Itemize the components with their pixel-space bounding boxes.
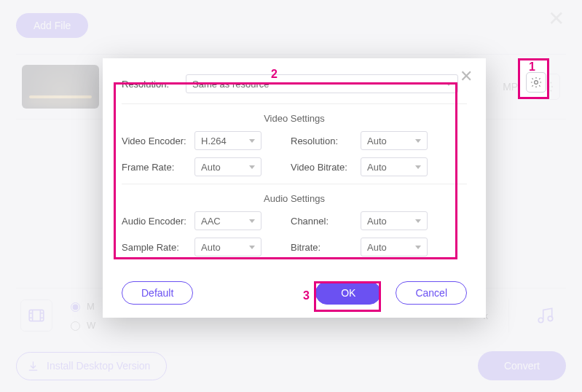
format-radio-1[interactable]: M — [67, 300, 95, 312]
chevron-down-icon — [446, 82, 452, 86]
callout-number-3: 3 — [303, 289, 310, 302]
video-settings-row-1: Video Encoder: H.264 Resolution: Auto — [122, 131, 467, 150]
ok-button[interactable]: OK — [315, 281, 381, 305]
install-desktop-button[interactable]: Install Desktop Version — [16, 352, 167, 380]
frame-rate-label: Frame Rate: — [122, 162, 194, 173]
video-settings-row-2: Frame Rate: Auto Video Bitrate: Auto — [122, 157, 467, 176]
channel-label: Channel: — [291, 216, 361, 227]
chevron-down-icon — [249, 219, 255, 223]
dialog-button-row: Default OK Cancel — [122, 281, 467, 305]
audio-type-icon[interactable] — [530, 299, 562, 332]
format-radio-group: M W — [67, 300, 95, 331]
sample-rate-label: Sample Rate: — [122, 242, 194, 253]
callout-gear-button[interactable] — [526, 72, 546, 93]
audio-encoder-select[interactable]: AAC — [194, 211, 261, 230]
type-strip-right: k — [484, 299, 562, 332]
chevron-down-icon — [415, 219, 421, 223]
format-radio-2[interactable]: W — [67, 319, 95, 331]
footer: Install Desktop Version Convert — [0, 351, 582, 380]
default-button[interactable]: Default — [122, 281, 193, 305]
callout-number-1: 1 — [529, 60, 535, 74]
video-type-icon[interactable] — [20, 299, 52, 332]
audio-bitrate-label: Bitrate: — [291, 242, 361, 253]
audio-settings-row-2: Sample Rate: Auto Bitrate: Auto — [122, 238, 467, 256]
video-bitrate-label: Video Bitrate: — [291, 162, 361, 173]
output-format-label: MP4 — [503, 81, 524, 93]
chevron-down-icon — [249, 246, 255, 249]
svg-point-2 — [548, 316, 553, 321]
chevron-down-icon — [249, 165, 255, 169]
app-close-icon[interactable]: ✕ — [548, 9, 565, 29]
video-thumbnail[interactable] — [22, 65, 99, 109]
video-encoder-label: Video Encoder: — [122, 136, 194, 146]
frame-rate-select[interactable]: Auto — [194, 157, 261, 176]
resolution-top-row: Resolution: Same as resource — [122, 74, 467, 93]
divider — [508, 299, 509, 332]
channel-select[interactable]: Auto — [361, 211, 428, 230]
callout-number-2: 2 — [271, 68, 278, 81]
download-icon — [27, 360, 39, 372]
cancel-button[interactable]: Cancel — [396, 281, 467, 305]
audio-settings-heading: Audio Settings — [122, 184, 467, 204]
resolution-top-label: Resolution: — [122, 79, 180, 90]
chevron-down-icon — [415, 165, 421, 169]
sample-rate-select[interactable]: Auto — [194, 238, 261, 256]
resolution-top-select[interactable]: Same as resource — [186, 74, 458, 93]
chevron-down-icon — [249, 139, 255, 143]
video-bitrate-select[interactable]: Auto — [361, 157, 428, 176]
audio-encoder-label: Audio Encoder: — [122, 216, 194, 227]
gear-icon — [530, 76, 543, 89]
video-encoder-select[interactable]: H.264 — [194, 131, 261, 150]
add-file-button[interactable]: Add File — [16, 13, 88, 38]
audio-bitrate-select[interactable]: Auto — [361, 238, 428, 256]
video-resolution-select[interactable]: Auto — [361, 131, 428, 150]
dialog-close-icon[interactable]: ✕ — [460, 68, 473, 85]
chevron-down-icon — [415, 246, 421, 249]
video-resolution-label: Resolution: — [291, 136, 361, 146]
svg-rect-1 — [29, 310, 44, 321]
video-settings-heading: Video Settings — [122, 103, 467, 124]
convert-button[interactable]: Convert — [478, 351, 566, 380]
top-toolbar: Add File ✕ — [0, 0, 582, 41]
svg-point-3 — [535, 81, 538, 85]
audio-settings-row-1: Audio Encoder: AAC Channel: Auto — [122, 211, 467, 230]
settings-dialog: ✕ Resolution: Same as resource Video Set… — [103, 58, 486, 318]
chevron-down-icon — [415, 139, 421, 143]
